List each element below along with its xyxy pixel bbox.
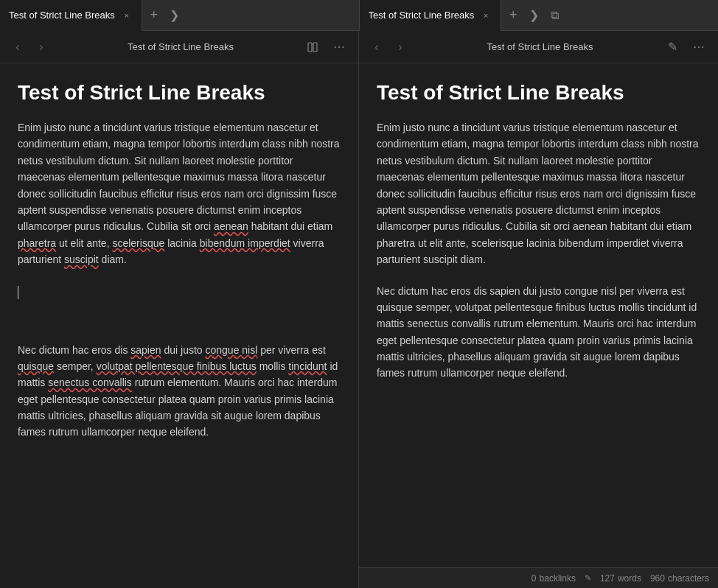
right-tab-group: Test of Strict Line Breaks × + ❯ ⧉ — [360, 0, 719, 31]
chars-count: 960 — [650, 573, 665, 584]
spell-error-bibendum-imperdiet: bibendum imperdiet — [200, 237, 290, 249]
book-icon[interactable] — [302, 37, 323, 57]
status-bar: 0 backlinks ✎ 127 words 960 characters — [359, 567, 718, 588]
edit-icon[interactable]: ✎ — [662, 37, 683, 57]
right-toolbar-title: Test of Strict Line Breaks — [418, 41, 662, 52]
spell-error-tincidunt: tincidunt — [288, 360, 327, 372]
right-toolbar-nav: ‹ › — [368, 38, 409, 56]
words-label: words — [618, 573, 641, 584]
left-more-button[interactable]: ⋯ — [329, 37, 349, 57]
right-paragraph-2: Nec dictum hac eros dis sapien dui justo… — [377, 283, 700, 382]
chars-label: characters — [668, 573, 709, 584]
words-status: 127 words — [600, 573, 641, 584]
right-pane: ‹ › Test of Strict Line Breaks ✎ ⋯ Test … — [359, 31, 718, 588]
left-toolbar: ‹ › Test of Strict Line Breaks ⋯ — [0, 31, 358, 63]
spell-error-pharetra: pharetra — [18, 237, 56, 249]
left-tab-add[interactable]: + — [142, 4, 166, 27]
spell-error-senectus: senectus convallis — [48, 377, 132, 388]
left-doc-title: Test of Strict Line Breaks — [18, 81, 341, 105]
spell-error-volutpat: volutpat pellentesque finibus luctus — [97, 360, 257, 372]
left-tab-group: Test of Strict Line Breaks × + ❯ — [0, 0, 359, 31]
left-tab-chevron[interactable]: ❯ — [166, 7, 184, 24]
right-toolbar: ‹ › Test of Strict Line Breaks ✎ ⋯ — [359, 31, 718, 63]
right-tab-title: Test of Strict Line Breaks — [369, 10, 475, 21]
text-cursor — [18, 286, 18, 299]
left-forward-button[interactable]: › — [32, 38, 50, 56]
cursor-area[interactable] — [18, 283, 341, 342]
left-tab-close[interactable]: × — [121, 10, 133, 21]
right-tab-add[interactable]: + — [501, 4, 525, 27]
svg-rect-0 — [308, 43, 312, 52]
right-paragraph-1: Enim justo nunc a tincidunt varius trist… — [377, 119, 700, 268]
right-tab-chevron[interactable]: ❯ — [525, 7, 543, 24]
spell-error-quisque: quisque — [18, 360, 54, 372]
words-count: 127 — [600, 573, 615, 584]
backlinks-status[interactable]: 0 backlinks — [531, 573, 576, 584]
right-doc-title: Test of Strict Line Breaks — [377, 81, 700, 105]
tab-bar: Test of Strict Line Breaks × + ❯ Test of… — [0, 0, 718, 31]
status-edit-icon[interactable]: ✎ — [585, 573, 591, 583]
left-toolbar-nav: ‹ › — [9, 38, 50, 56]
svg-rect-1 — [313, 43, 317, 52]
left-content-area[interactable]: Test of Strict Line Breaks Enim justo nu… — [0, 63, 358, 588]
left-toolbar-actions: ⋯ — [302, 37, 349, 57]
backlinks-label: backlinks — [540, 573, 576, 584]
left-back-button[interactable]: ‹ — [9, 38, 27, 56]
left-tab[interactable]: Test of Strict Line Breaks × — [0, 0, 142, 31]
left-toolbar-title: Test of Strict Line Breaks — [59, 41, 302, 52]
right-tab-close[interactable]: × — [480, 10, 492, 21]
right-more-button[interactable]: ⋯ — [689, 37, 709, 57]
right-content-area[interactable]: Test of Strict Line Breaks Enim justo nu… — [359, 63, 718, 567]
right-back-button[interactable]: ‹ — [368, 38, 386, 56]
left-paragraph-1: Enim justo nunc a tincidunt varius trist… — [18, 119, 341, 268]
backlinks-count: 0 — [531, 573, 537, 584]
spell-error-aenean: aenean — [214, 220, 248, 232]
right-tab[interactable]: Test of Strict Line Breaks × — [360, 0, 502, 31]
spell-error-suscipit: suscipit — [64, 253, 99, 265]
right-toolbar-actions: ✎ ⋯ — [662, 37, 709, 57]
left-pane: ‹ › Test of Strict Line Breaks ⋯ Test of… — [0, 31, 359, 588]
window-layout-icon[interactable]: ⧉ — [543, 4, 566, 27]
spell-error-scelerisque: scelerisque — [112, 237, 164, 249]
spell-error-sapien: sapien — [130, 344, 161, 356]
left-tab-title: Test of Strict Line Breaks — [9, 10, 115, 21]
left-paragraph-2: Nec dictum hac eros dis sapien dui justo… — [18, 342, 341, 441]
right-forward-button[interactable]: › — [391, 38, 409, 56]
chars-status: 960 characters — [650, 573, 709, 584]
split-container: ‹ › Test of Strict Line Breaks ⋯ Test of… — [0, 31, 718, 588]
spell-error-congue-nisl: congue nisl — [206, 344, 258, 356]
